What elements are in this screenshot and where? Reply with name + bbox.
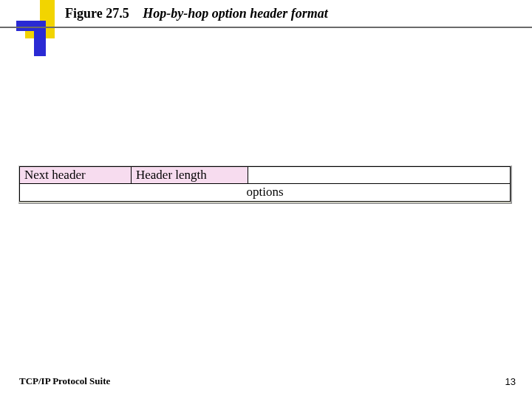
cell-blank (248, 166, 511, 184)
cell-options: options (246, 185, 283, 199)
page-number: 13 (505, 376, 516, 387)
footer-suite: TCP/IP Protocol Suite (19, 375, 110, 387)
diagram-row-2: options (19, 184, 511, 202)
cell-next-header: Next header (19, 166, 132, 184)
figure-number: Figure 27.5 (65, 6, 129, 21)
figure-caption: Hop-by-hop option header format (143, 6, 328, 21)
logo-shape (34, 25, 46, 56)
cell-header-length: Header length (132, 166, 248, 184)
header-format-diagram: Next header Header length options (18, 166, 512, 204)
slide-logo (16, 0, 56, 58)
diagram-row-1: Next header Header length (19, 166, 511, 184)
figure-title: Figure 27.5 Hop-by-hop option header for… (65, 6, 328, 21)
title-divider (0, 27, 532, 28)
